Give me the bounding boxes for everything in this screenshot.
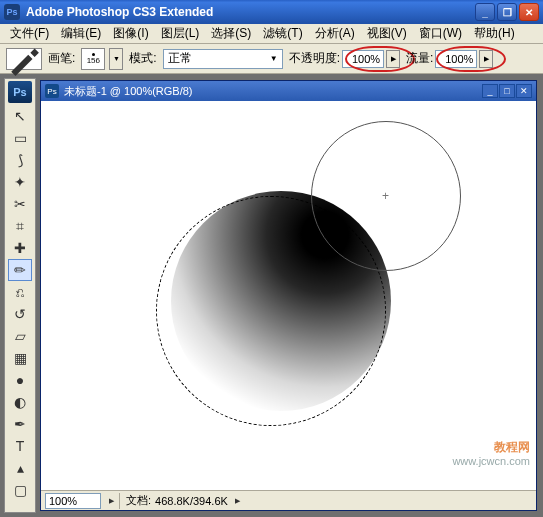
menu-filter[interactable]: 滤镜(T)	[257, 23, 308, 44]
document-titlebar[interactable]: Ps 未标题-1 @ 100%(RGB/8) _ □ ✕	[41, 81, 536, 101]
path-select-tool[interactable]: ▴	[8, 457, 32, 479]
app-title: Adobe Photoshop CS3 Extended	[26, 5, 475, 19]
zoom-flyout-icon[interactable]: ▶	[105, 493, 117, 509]
flow-input[interactable]: 100%	[435, 50, 477, 68]
document-window: Ps 未标题-1 @ 100%(RGB/8) _ □ ✕ + 教程网 www.	[40, 80, 537, 511]
move-tool[interactable]: ↖	[8, 105, 32, 127]
menu-help[interactable]: 帮助(H)	[468, 23, 521, 44]
brush-dropdown-icon[interactable]: ▼	[109, 48, 123, 70]
workspace: Ps ↖▭⟆✦✂⌗✚✏⎌↺▱▦●◐✒T▴▢ Ps 未标题-1 @ 100%(RG…	[0, 74, 543, 517]
document-area: Ps 未标题-1 @ 100%(RGB/8) _ □ ✕ + 教程网 www.	[38, 74, 543, 517]
watermark-text-2: www.jcwcn.com	[452, 455, 530, 468]
menu-layer[interactable]: 图层(L)	[155, 23, 206, 44]
doc-maximize-button[interactable]: □	[499, 84, 515, 98]
lasso-tool[interactable]: ⟆	[8, 149, 32, 171]
ps-badge-icon: Ps	[8, 81, 32, 103]
flow-flyout-icon[interactable]: ▶	[479, 50, 493, 68]
menu-window[interactable]: 窗口(W)	[413, 23, 468, 44]
blend-mode-select[interactable]: 正常 ▼	[163, 49, 283, 69]
menu-bar: 文件(F) 编辑(E) 图像(I) 图层(L) 选择(S) 滤镜(T) 分析(A…	[0, 24, 543, 44]
window-controls: _ ❐ ✕	[475, 3, 539, 21]
canvas[interactable]: + 教程网 www.jcwcn.com	[41, 101, 536, 490]
tool-preset-picker[interactable]	[6, 48, 42, 70]
menu-edit[interactable]: 编辑(E)	[55, 23, 107, 44]
pen-tool[interactable]: ✒	[8, 413, 32, 435]
app-icon: Ps	[4, 4, 20, 20]
menu-image[interactable]: 图像(I)	[107, 23, 154, 44]
chevron-down-icon: ▼	[270, 54, 278, 63]
crop-tool[interactable]: ✂	[8, 193, 32, 215]
blur-tool[interactable]: ●	[8, 369, 32, 391]
brush-cursor-crosshair-icon: +	[382, 189, 389, 203]
doc-size-label: 文档:	[122, 493, 155, 508]
status-flyout-icon[interactable]: ▶	[232, 493, 244, 509]
brush-size-value: 156	[87, 56, 100, 65]
history-brush-tool[interactable]: ↺	[8, 303, 32, 325]
brush-tool[interactable]: ✏	[8, 259, 32, 281]
opacity-label: 不透明度:	[289, 50, 340, 67]
blend-mode-value: 正常	[168, 50, 192, 67]
toolbox-panel: Ps ↖▭⟆✦✂⌗✚✏⎌↺▱▦●◐✒T▴▢	[4, 78, 36, 513]
document-title: 未标题-1 @ 100%(RGB/8)	[64, 84, 482, 99]
minimize-button[interactable]: _	[475, 3, 495, 21]
brush-preset-picker[interactable]: 156 ▼	[81, 48, 123, 70]
magic-wand-tool[interactable]: ✦	[8, 171, 32, 193]
type-tool[interactable]: T	[8, 435, 32, 457]
menu-analysis[interactable]: 分析(A)	[309, 23, 361, 44]
menu-view[interactable]: 视图(V)	[361, 23, 413, 44]
close-button[interactable]: ✕	[519, 3, 539, 21]
zoom-input[interactable]: 100%	[45, 493, 101, 509]
slice-tool[interactable]: ⌗	[8, 215, 32, 237]
opacity-flyout-icon[interactable]: ▶	[386, 50, 400, 68]
status-bar: 100% ▶ 文档: 468.8K/394.6K ▶	[41, 490, 536, 510]
watermark: 教程网 www.jcwcn.com	[452, 440, 530, 468]
app-titlebar: Ps Adobe Photoshop CS3 Extended _ ❐ ✕	[0, 0, 543, 24]
doc-minimize-button[interactable]: _	[482, 84, 498, 98]
doc-size-value: 468.8K/394.6K	[155, 495, 228, 507]
watermark-text-1: 教程网	[452, 440, 530, 454]
doc-close-button[interactable]: ✕	[516, 84, 532, 98]
healing-tool[interactable]: ✚	[8, 237, 32, 259]
eraser-tool[interactable]: ▱	[8, 325, 32, 347]
brush-label: 画笔:	[48, 50, 75, 67]
maximize-button[interactable]: ❐	[497, 3, 517, 21]
options-bar: 画笔: 156 ▼ 模式: 正常 ▼ 不透明度: 100% ▶ 流量: 100%…	[0, 44, 543, 74]
opacity-input[interactable]: 100%	[342, 50, 384, 68]
stamp-tool[interactable]: ⎌	[8, 281, 32, 303]
marquee-tool[interactable]: ▭	[8, 127, 32, 149]
dodge-tool[interactable]: ◐	[8, 391, 32, 413]
document-icon: Ps	[45, 84, 59, 98]
gradient-tool[interactable]: ▦	[8, 347, 32, 369]
shape-tool[interactable]: ▢	[8, 479, 32, 501]
mode-label: 模式:	[129, 50, 156, 67]
flow-label: 流量:	[406, 50, 433, 67]
menu-select[interactable]: 选择(S)	[205, 23, 257, 44]
